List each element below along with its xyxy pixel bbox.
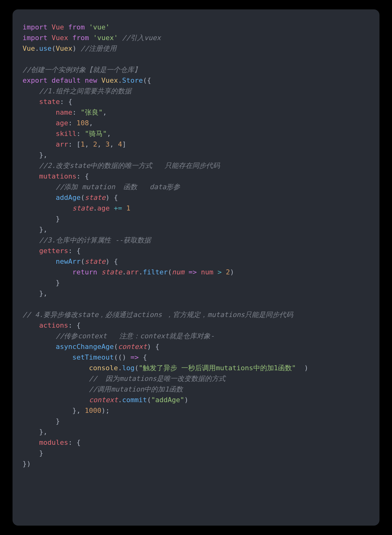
comment: //2.改变state中的数据的唯一方式 只能存在同步代码 bbox=[39, 162, 220, 169]
val-name: "张良" bbox=[80, 108, 103, 116]
fn-store: Store bbox=[122, 76, 143, 84]
code-block: import Vue from 'vue' import Vuex from '… bbox=[23, 22, 370, 469]
comment: // 因为mutations是唯一改变数据的方式 bbox=[89, 375, 225, 382]
code-card: import Vue from 'vue' import Vuex from '… bbox=[13, 9, 379, 526]
val-skill: "骑马" bbox=[85, 130, 107, 138]
comment: // 4.要异步修改state，必须通过actions ，官方规定，mutati… bbox=[23, 311, 293, 319]
val-1: 1 bbox=[126, 204, 130, 212]
comment: //1.组件之间需要共享的数据 bbox=[39, 87, 132, 95]
fn-asyncchangeage: asyncChangeAge bbox=[56, 343, 114, 351]
arr-2: 2 bbox=[93, 140, 97, 148]
arg-state: state bbox=[85, 194, 106, 201]
str-vue: 'vue' bbox=[89, 23, 110, 31]
comment: //创建一个实例对象【就是一个仓库】 bbox=[23, 66, 141, 74]
cls-vue: Vue bbox=[23, 44, 35, 52]
kw-export: export bbox=[23, 76, 47, 84]
comment: //调用mutation中的加1函数 bbox=[89, 385, 183, 393]
key-modules: modules bbox=[39, 439, 68, 446]
key-state: state bbox=[39, 98, 60, 106]
str-vuex: 'vuex' bbox=[93, 34, 118, 42]
prop-arr: arr bbox=[126, 268, 139, 276]
comment: //传参context 注意：context就是仓库对象- bbox=[56, 332, 214, 340]
val-age: 108 bbox=[76, 119, 89, 127]
op-pluseq: += bbox=[114, 204, 122, 212]
kw-from: from bbox=[68, 23, 85, 31]
kw-import: import bbox=[23, 23, 47, 31]
key-getters: getters bbox=[39, 247, 68, 255]
op-arrow: => bbox=[130, 353, 139, 361]
arg-vuex: Vuex bbox=[56, 44, 72, 52]
obj-state: state bbox=[101, 268, 122, 276]
arg-state: state bbox=[85, 257, 106, 265]
str-log: "触发了异步 一秒后调用mutations中的加1函数" bbox=[139, 364, 296, 372]
cls-vuex: Vuex bbox=[101, 76, 118, 84]
kw-import: import bbox=[23, 34, 47, 42]
kw-new: new bbox=[85, 76, 97, 84]
key-name: name bbox=[56, 108, 72, 116]
comment: //3.仓库中的计算属性 --获取数据 bbox=[39, 236, 151, 244]
comment: //添加 mutation 函数 data形参 bbox=[56, 183, 180, 191]
val-1000: 1000 bbox=[85, 407, 101, 414]
fn-newarr: newArr bbox=[56, 257, 80, 265]
fn-addage: addAge bbox=[56, 194, 80, 201]
val-2: 2 bbox=[226, 268, 230, 276]
arr-3: 3 bbox=[106, 140, 110, 148]
key-arr: arr bbox=[56, 140, 68, 148]
key-actions: actions bbox=[39, 321, 68, 329]
fn-filter: filter bbox=[143, 268, 168, 276]
key-skill: skill bbox=[56, 130, 76, 138]
id-vuex: Vuex bbox=[52, 34, 68, 42]
str-addage: "addAge" bbox=[151, 396, 184, 404]
op-arrow: => bbox=[188, 268, 197, 276]
op-gt: > bbox=[218, 268, 222, 276]
obj-context: context bbox=[89, 396, 118, 404]
arr-1: 1 bbox=[80, 140, 85, 148]
fn-log: log bbox=[122, 364, 135, 372]
fn-use: use bbox=[39, 44, 52, 52]
prop-age: age bbox=[97, 204, 110, 212]
obj-console: console bbox=[89, 364, 118, 372]
arr-4: 4 bbox=[118, 140, 122, 148]
fn-commit: commit bbox=[122, 396, 147, 404]
key-age: age bbox=[56, 119, 68, 127]
kw-from: from bbox=[72, 34, 89, 42]
obj-state: state bbox=[72, 204, 93, 212]
param-num2: num bbox=[201, 268, 214, 276]
fn-settimeout: setTimeout bbox=[72, 353, 114, 361]
comment: //注册使用 bbox=[80, 44, 116, 52]
comment: //引入vuex bbox=[122, 34, 161, 42]
key-mutations: mutations bbox=[39, 172, 76, 180]
id-vue: Vue bbox=[52, 23, 64, 31]
kw-default: default bbox=[52, 76, 81, 84]
arg-context: context bbox=[118, 343, 147, 351]
param-num: num bbox=[172, 268, 184, 276]
kw-return: return bbox=[72, 268, 97, 276]
